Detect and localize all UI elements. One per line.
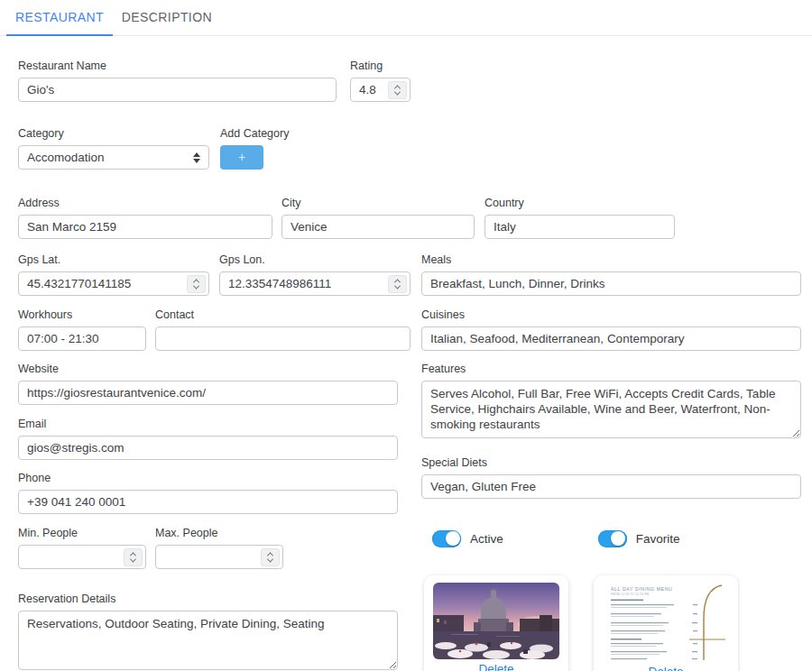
- favorite-toggle-label: Favorite: [636, 532, 680, 546]
- chevron-down-icon: [130, 556, 136, 562]
- reservation-details-label: Reservation Details: [18, 593, 398, 606]
- image-cards: Delete ALL DAY DINING MENU FROM 12:30 TO…: [421, 575, 801, 671]
- features-textarea[interactable]: Serves Alcohol, Full Bar, Free WiFi, Acc…: [421, 381, 801, 438]
- phone-input[interactable]: [18, 490, 398, 514]
- svg-text:FROM 12:30 TO 10:30 PM: FROM 12:30 TO 10:30 PM: [611, 593, 650, 596]
- gps-lat-stepper[interactable]: [187, 275, 206, 293]
- city-input[interactable]: [281, 215, 475, 239]
- delete-menu-link[interactable]: Delete: [648, 665, 683, 671]
- category-label: Category: [18, 127, 209, 141]
- workhours-label: Workhours: [18, 308, 146, 322]
- row-address: Address City Country: [18, 197, 801, 239]
- toggle-knob: [611, 531, 625, 546]
- contact-label: Contact: [155, 308, 411, 322]
- cuisines-input[interactable]: [421, 326, 801, 351]
- gps-lon-label: Gps Lon.: [219, 253, 411, 267]
- restaurant-name-input[interactable]: [18, 78, 337, 102]
- meals-label: Meals: [421, 253, 801, 267]
- chevron-down-icon: [394, 88, 401, 95]
- chevron-down-icon: [193, 282, 199, 289]
- chevron-down-icon: [394, 282, 401, 289]
- restaurant-form: Restaurant Name Rating Category Accomoda…: [0, 36, 812, 671]
- address-input[interactable]: [18, 215, 272, 239]
- toggle-knob: [446, 531, 460, 546]
- row-category: Category Accomodation Add Category +: [18, 127, 801, 170]
- delete-photo-link[interactable]: Delete: [478, 662, 513, 671]
- rating-label: Rating: [350, 60, 411, 73]
- gps-lon-stepper[interactable]: [388, 275, 407, 293]
- website-label: Website: [18, 363, 398, 376]
- gps-lat-input[interactable]: [18, 271, 209, 296]
- email-input[interactable]: [18, 436, 398, 460]
- add-category-label: Add Category: [220, 127, 289, 141]
- category-select[interactable]: Accomodation: [18, 145, 209, 170]
- rating-stepper[interactable]: [388, 81, 407, 99]
- gps-lat-label: Gps Lat.: [18, 253, 209, 267]
- right-column: Meals Cuisines Features Serves Alcohol, …: [421, 253, 801, 671]
- row-name-rating: Restaurant Name Rating: [18, 60, 801, 102]
- tab-description[interactable]: DESCRIPTION: [113, 1, 221, 36]
- min-people-stepper[interactable]: [124, 548, 143, 566]
- features-label: Features: [421, 363, 801, 376]
- chevron-down-icon: [267, 556, 273, 562]
- active-toggle[interactable]: [432, 530, 461, 547]
- venice-basilica-photo[interactable]: [433, 583, 559, 659]
- tab-restaurant[interactable]: RESTAURANT: [6, 1, 113, 36]
- workhours-input[interactable]: [18, 326, 146, 351]
- phone-label: Phone: [18, 472, 398, 485]
- row-workhours-contact: Workhours Contact: [18, 308, 411, 351]
- image-card-photo: Delete: [424, 575, 568, 671]
- favorite-toggle[interactable]: [598, 530, 627, 547]
- menu-document-image[interactable]: ALL DAY DINING MENU FROM 12:30 TO 10:30 …: [603, 579, 729, 662]
- active-toggle-label: Active: [470, 532, 503, 546]
- gps-lon-input[interactable]: [219, 271, 411, 296]
- email-label: Email: [18, 418, 398, 431]
- select-arrows-icon: [193, 152, 200, 163]
- restaurant-name-label: Restaurant Name: [18, 60, 337, 73]
- country-label: Country: [484, 197, 675, 210]
- contact-input[interactable]: [155, 326, 411, 351]
- category-selected-value: Accomodation: [27, 151, 105, 164]
- row-gps: Gps Lat. Gps Lon.: [18, 253, 411, 296]
- tab-bar: RESTAURANT DESCRIPTION: [0, 0, 812, 36]
- toggles-row: Active Favorite: [421, 529, 801, 547]
- image-card-menu: ALL DAY DINING MENU FROM 12:30 TO 10:30 …: [594, 575, 738, 671]
- reservation-details-textarea[interactable]: Reservations, Outdoor Seating, Private D…: [18, 611, 398, 670]
- special-diets-input[interactable]: [421, 474, 801, 499]
- meals-input[interactable]: [421, 271, 801, 296]
- svg-text:ALL DAY DINING MENU: ALL DAY DINING MENU: [611, 586, 672, 592]
- cuisines-label: Cuisines: [421, 308, 801, 322]
- max-people-stepper[interactable]: [261, 548, 280, 566]
- add-category-button[interactable]: +: [220, 145, 263, 170]
- address-label: Address: [18, 197, 272, 210]
- city-label: City: [281, 197, 475, 210]
- country-input[interactable]: [484, 215, 675, 239]
- website-input[interactable]: [18, 381, 398, 405]
- min-people-label: Min. People: [18, 527, 146, 540]
- row-people: Min. People Max. People: [18, 527, 411, 569]
- max-people-label: Max. People: [155, 527, 283, 540]
- special-diets-label: Special Diets: [421, 456, 801, 470]
- left-column: Gps Lat. Gps Lon.: [18, 253, 411, 671]
